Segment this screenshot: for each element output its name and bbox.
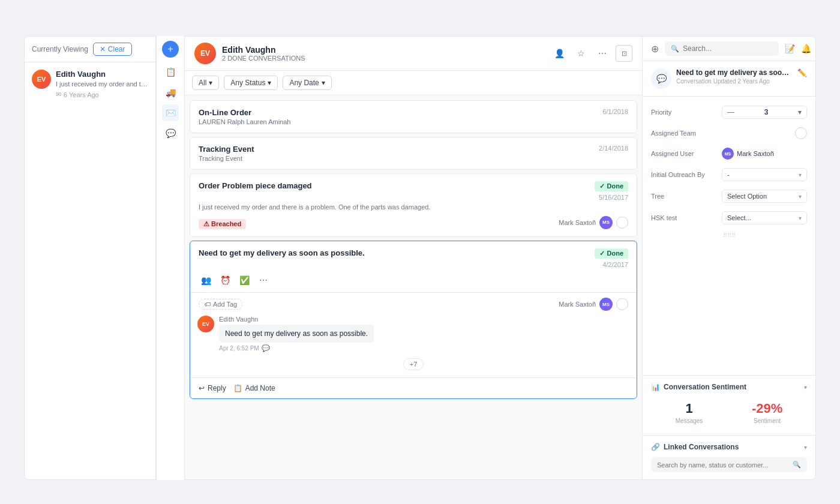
assign-users-icon[interactable]: 👥 bbox=[199, 273, 213, 287]
assigned-user-name: Mark Saxtoñ bbox=[737, 150, 807, 157]
more-messages-button[interactable]: +7 bbox=[403, 358, 424, 370]
agent-info-3: Mark Saxtoñ MS bbox=[559, 216, 628, 229]
conv-date-3: 5/16/2017 bbox=[599, 194, 628, 201]
compose-icon[interactable]: 📝 bbox=[785, 44, 795, 53]
conversation-list: On-Line Order LAUREN Ralph Lauren Aminah… bbox=[185, 95, 642, 479]
conv-status-4: ✓ Done 4/2/2017 bbox=[595, 248, 628, 268]
layout-toggle-button[interactable]: ⊡ bbox=[616, 45, 632, 62]
agent-avatar-4: MS bbox=[599, 298, 613, 311]
conv-subtitle-3: I just received my order and there is a … bbox=[199, 203, 628, 211]
conv-card-header-3: Order Problem piece damaged ✓ Done 5/16/… bbox=[199, 181, 628, 201]
sentiment-stats: 1 Messages -29% Sentiment bbox=[651, 397, 807, 428]
chevron-down-icon: ▾ bbox=[804, 384, 807, 391]
initial-outreach-select[interactable]: - ▾ bbox=[722, 168, 807, 181]
conv-date-status-3: ✓ Done 5/16/2017 bbox=[595, 181, 628, 201]
assigned-team-value bbox=[722, 127, 807, 139]
strip-icon-chat[interactable]: 💬 bbox=[162, 125, 179, 142]
tree-select[interactable]: Select Option ▾ bbox=[722, 190, 807, 203]
email-icon: ✉ bbox=[56, 91, 61, 98]
strip-icon-clipboard[interactable]: 📋 bbox=[162, 64, 179, 80]
top-bar-icons: 📝 🔔 🌐 bbox=[785, 44, 816, 53]
contact-info: Edith Vaughn I just received my order an… bbox=[56, 70, 148, 98]
reply-icon: ↩ bbox=[199, 384, 205, 392]
avatar-initials: EV bbox=[37, 76, 46, 83]
msg-content-4: Edith Vaughn Need to get my delivery as … bbox=[219, 316, 629, 352]
breached-badge-3: ⚠ Breached bbox=[199, 219, 246, 229]
msg-time-4: Apr 2, 6:52 PM 💬 bbox=[219, 344, 629, 352]
assign-circle-3[interactable] bbox=[616, 217, 628, 229]
initial-outreach-label: Initial Outreach By bbox=[651, 171, 717, 178]
clear-label: Clear bbox=[108, 45, 125, 53]
tree-row: Tree Select Option ▾ bbox=[643, 185, 815, 207]
done-badge-4: ✓ Done bbox=[595, 248, 628, 259]
add-tag-button[interactable]: 🏷 Add Tag bbox=[199, 299, 242, 310]
sentiment-section: 📊 Conversation Sentiment ▾ 1 Messages -2… bbox=[643, 375, 815, 435]
assigned-user-info: MS Mark Saxtoñ bbox=[722, 148, 807, 160]
conversation-card-1[interactable]: On-Line Order LAUREN Ralph Lauren Aminah… bbox=[190, 100, 637, 133]
contact-avatar: EV bbox=[32, 70, 51, 89]
icon-strip: + 📋 🚚 ✉️ 💬 bbox=[156, 36, 185, 480]
conv-subtitle-2: Tracking Event bbox=[199, 155, 254, 162]
priority-plus-button[interactable]: ▾ bbox=[798, 108, 802, 116]
clear-button[interactable]: ✕ Clear bbox=[93, 43, 132, 56]
chevron-down-icon: ▾ bbox=[799, 172, 802, 178]
chart-icon: 📊 bbox=[651, 383, 660, 391]
strip-icon-mail[interactable]: ✉️ bbox=[162, 104, 179, 121]
new-item-button[interactable]: ⊕ bbox=[651, 41, 659, 56]
chevron-down-icon: ▾ bbox=[798, 108, 802, 116]
linked-search-input[interactable] bbox=[657, 461, 789, 469]
team-circle[interactable] bbox=[795, 127, 807, 139]
sentiment-header[interactable]: 📊 Conversation Sentiment ▾ bbox=[651, 383, 807, 391]
drag-handle[interactable]: ⠿⠿⠿ bbox=[643, 229, 815, 242]
date-filter-button[interactable]: Any Date ▾ bbox=[283, 76, 331, 90]
status-filter-button[interactable]: Any Status ▾ bbox=[224, 76, 278, 90]
assign-icon-button[interactable]: 👤 bbox=[551, 45, 568, 62]
bell-icon[interactable]: 🔔 bbox=[801, 44, 811, 53]
conv-header-info: Edith Vaughn 2 DONE CONVERSATIONS bbox=[222, 45, 545, 62]
all-filter-button[interactable]: All ▾ bbox=[192, 76, 219, 90]
conv-actions-4: 👥 ⏰ ✅ ⋯ bbox=[199, 273, 628, 287]
priority-control[interactable]: — 3 ▾ bbox=[722, 106, 807, 119]
linked-header[interactable]: 🔗 Linked Conversations ▾ bbox=[651, 443, 807, 451]
conversation-header: EV Edith Vaughn 2 DONE CONVERSATIONS 👤 ☆… bbox=[185, 37, 642, 71]
conv-header-actions: 👤 ☆ ⋯ ⊡ bbox=[551, 45, 632, 62]
tree-label: Tree bbox=[651, 193, 717, 200]
assign-circle-4[interactable] bbox=[616, 298, 628, 310]
assigned-user-avatar: MS bbox=[722, 148, 734, 160]
expanded-body-4: 🏷 Add Tag Mark Saxtoñ MS bbox=[190, 292, 637, 311]
conv-avatar-initials: EV bbox=[200, 49, 210, 58]
more-icon[interactable]: ⋯ bbox=[256, 273, 271, 287]
contact-item[interactable]: EV Edith Vaughn I just received my order… bbox=[25, 62, 155, 106]
more-options-button[interactable]: ⋯ bbox=[594, 45, 611, 62]
priority-minus-button[interactable]: — bbox=[727, 108, 734, 116]
clock-icon[interactable]: ⏰ bbox=[218, 273, 232, 287]
top-search-bar: ⊕ 🔍 📝 🔔 🌐 bbox=[643, 37, 815, 61]
conv-info-2: Tracking Event Tracking Event bbox=[199, 145, 254, 162]
agent-name-3: Mark Saxtoñ bbox=[559, 219, 596, 226]
conversation-card-4[interactable]: Need to get my delivery as soon as possi… bbox=[190, 241, 637, 399]
add-conversation-button[interactable]: + bbox=[162, 41, 179, 58]
reply-button[interactable]: ↩ Reply bbox=[199, 384, 226, 392]
conv-card-top-4: Need to get my delivery as soon as possi… bbox=[190, 241, 637, 287]
conv-card-header-4: Need to get my delivery as soon as possi… bbox=[199, 248, 628, 268]
assigned-team-row: Assigned Team bbox=[643, 123, 815, 143]
assigned-user-row: Assigned User MS Mark Saxtoñ bbox=[643, 143, 815, 164]
done-badge-3: ✓ Done bbox=[595, 181, 628, 191]
strip-icon-truck[interactable]: 🚚 bbox=[162, 84, 179, 101]
conversation-card-2[interactable]: Tracking Event Tracking Event 2/14/2018 bbox=[190, 137, 637, 170]
conv-title-3: Order Problem piece damaged bbox=[199, 181, 312, 190]
conversation-card-3[interactable]: Order Problem piece damaged ✓ Done 5/16/… bbox=[190, 173, 637, 237]
hsk-test-select[interactable]: Select... ▾ bbox=[722, 211, 807, 224]
star-icon-button[interactable]: ☆ bbox=[572, 45, 589, 62]
conv-header-avatar: EV bbox=[194, 43, 216, 64]
conv-date-1: 6/1/2018 bbox=[602, 108, 628, 115]
conv-card-header-1: On-Line Order LAUREN Ralph Lauren Aminah… bbox=[199, 108, 628, 125]
check-circle-icon[interactable]: ✅ bbox=[237, 273, 251, 287]
edit-conversation-button[interactable]: ✏️ bbox=[797, 68, 807, 77]
left-panel: Currently Viewing ✕ Clear EV Edith Vaugh… bbox=[24, 36, 156, 480]
initial-outreach-row: Initial Outreach By - ▾ bbox=[643, 164, 815, 185]
search-input[interactable] bbox=[683, 44, 773, 53]
conv-date-2: 2/14/2018 bbox=[599, 145, 628, 152]
conv-info-subtitle: Conversation Updated 2 Years Ago bbox=[676, 78, 793, 85]
add-note-button[interactable]: 📋 Add Note bbox=[233, 384, 275, 392]
